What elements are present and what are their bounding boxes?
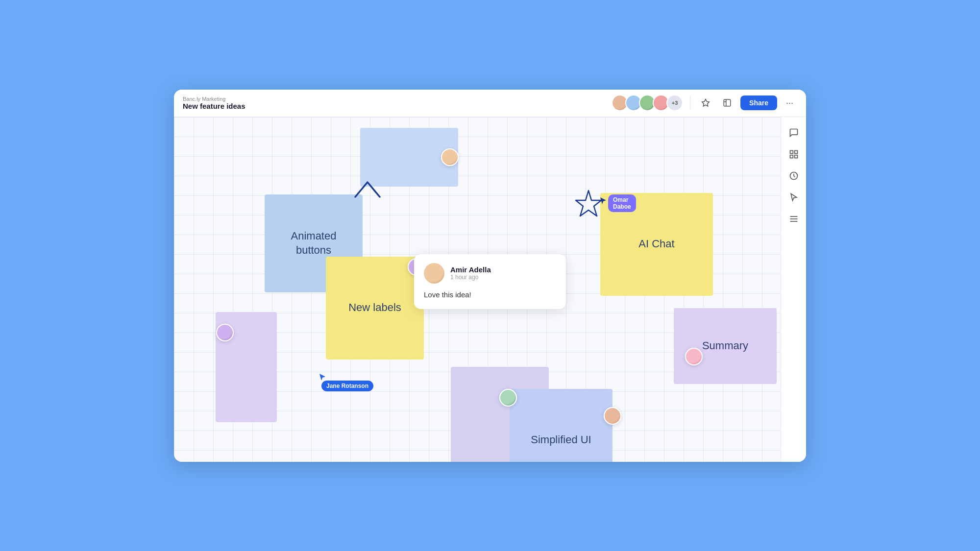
svg-rect-7 [790,155,793,158]
sidebar-clock-button[interactable] [785,167,803,185]
canvas[interactable]: Animated buttons New labels AI Chat Summ… [174,117,806,462]
comment-text: Love this idea! [424,289,556,301]
jane-cursor-container: Jane Rotanson [318,373,327,382]
share-button[interactable]: Share [740,96,777,110]
jane-label: Jane Rotanson [321,381,373,391]
omar-cursor-container: Omar Daboe [599,196,608,205]
sidebar-grid-button[interactable] [785,145,803,163]
avatar-group: +3 [612,95,683,111]
svg-rect-5 [790,150,793,153]
canvas-avatar-top [441,148,459,166]
svg-rect-8 [794,155,797,158]
sidebar-settings-button[interactable] [785,210,803,228]
more-button[interactable]: ··· [782,96,797,110]
header: Banc.ly Marketing New feature ideas +3 [174,90,806,117]
svg-rect-6 [794,150,797,153]
header-left: Banc.ly Marketing New feature ideas [183,96,245,110]
share-icon-button[interactable] [719,95,735,111]
cursor-arrow-jane [318,373,327,382]
comment-time: 1 hour ago [450,274,491,281]
page-title: New feature ideas [183,102,245,110]
svg-rect-1 [724,99,731,106]
svg-marker-3 [319,374,325,381]
commenter-avatar [424,263,444,284]
squiggle-doodle [350,175,394,204]
canvas-avatar-summary [685,348,703,365]
breadcrumb: Banc.ly Marketing [183,96,245,102]
header-right: +3 Share ··· [612,95,797,111]
note-summary[interactable]: Summary [674,308,777,384]
canvas-avatar-bottom [499,389,517,407]
sidebar-chat-button[interactable] [785,124,803,142]
app-window: Banc.ly Marketing New feature ideas +3 [174,90,806,462]
cursor-arrow-omar [599,196,608,205]
note-simplified-ui[interactable]: Simplified UI [510,389,612,462]
avatar-count: +3 [666,95,683,111]
svg-marker-0 [702,99,710,106]
comment-author: Amir Adella [450,265,491,274]
sidebar-cursor-button[interactable] [785,189,803,206]
header-divider [690,96,690,110]
star-button[interactable] [697,95,714,111]
canvas-avatar-simplified [604,407,621,425]
comment-header: Amir Adella 1 hour ago [424,263,556,284]
omar-label: Omar Daboe [608,194,636,212]
comment-meta: Amir Adella 1 hour ago [450,265,491,281]
canvas-avatar-left [216,324,234,341]
comment-popup: Amir Adella 1 hour ago Love this idea! [414,254,566,310]
right-sidebar [781,117,806,462]
svg-marker-2 [600,197,606,204]
